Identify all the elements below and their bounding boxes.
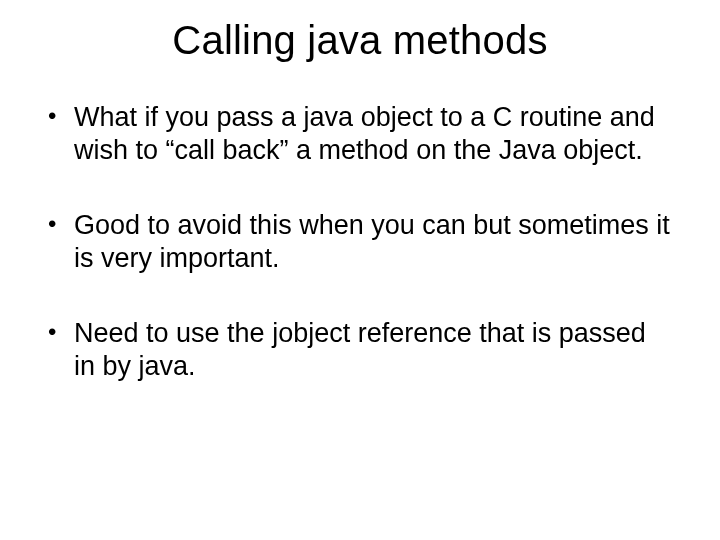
- list-item: What if you pass a java object to a C ro…: [40, 101, 670, 167]
- bullet-list: What if you pass a java object to a C ro…: [40, 101, 680, 383]
- slide: Calling java methods What if you pass a …: [0, 0, 720, 540]
- slide-title: Calling java methods: [40, 18, 680, 63]
- list-item: Need to use the jobject reference that i…: [40, 317, 670, 383]
- list-item: Good to avoid this when you can but some…: [40, 209, 670, 275]
